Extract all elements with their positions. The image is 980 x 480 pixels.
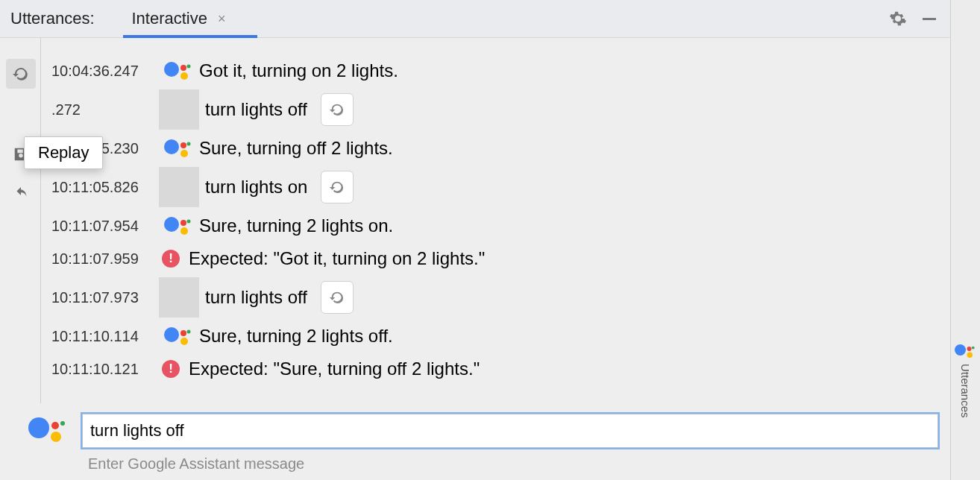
message-row: 10:06:55.230Sure, turning off 2 lights. (51, 132, 935, 165)
gear-icon (889, 10, 907, 28)
user-avatar (159, 89, 199, 130)
input-hint: Enter Google Assistant message (88, 455, 938, 473)
assistant-icon (159, 62, 199, 80)
timestamp: 10:04:36.247 (51, 63, 159, 80)
close-icon[interactable]: × (218, 11, 226, 27)
panel-title: Utterances: (10, 9, 95, 28)
message-row: .272turn lights off (51, 87, 935, 132)
refresh-icon (329, 101, 345, 118)
tab-label: Interactive (132, 9, 208, 28)
message-text: Sure, turning off 2 lights. (199, 138, 393, 159)
message-text: Got it, turning on 2 lights. (199, 60, 398, 81)
timestamp: 10:11:10.121 (51, 361, 159, 378)
input-area: Enter Google Assistant message (0, 403, 950, 480)
timestamp: .272 (51, 101, 159, 119)
minimize-icon (923, 18, 936, 20)
undo-icon (13, 186, 29, 203)
message-row: 10:11:10.121!Expected: "Sure, turning of… (51, 353, 935, 385)
message-row: 10:11:07.959!Expected: "Got it, turning … (51, 242, 935, 275)
replay-button[interactable] (321, 93, 354, 126)
assistant-icon (28, 417, 70, 444)
message-text: turn lights off (205, 99, 307, 120)
refresh-icon (12, 65, 30, 83)
timestamp: 10:11:07.959 (51, 250, 159, 268)
left-toolbar: Replay (0, 38, 40, 403)
timestamp: 10:11:10.114 (51, 328, 159, 345)
message-text: Expected: "Got it, turning on 2 lights." (189, 248, 485, 269)
message-row: 10:11:05.826turn lights on (51, 165, 935, 209)
tooltip-text: Replay (38, 143, 89, 162)
message-text: turn lights on (205, 177, 307, 198)
message-text: Sure, turning 2 lights off. (199, 326, 393, 347)
tooltip: Replay (24, 136, 103, 169)
timestamp: 10:11:07.973 (51, 289, 159, 306)
right-rail[interactable]: Utterances (950, 0, 980, 480)
error-icon-wrap: ! (159, 360, 189, 378)
message-row: 10:04:36.247Got it, turning on 2 lights. (51, 54, 935, 87)
conversation-panel: 10:04:36.247Got it, turning on 2 lights.… (40, 38, 950, 403)
replay-button[interactable] (321, 281, 354, 314)
message-text: Expected: "Sure, turning off 2 lights." (189, 359, 480, 379)
undo-button[interactable] (6, 180, 36, 209)
assistant-icon (159, 327, 199, 345)
assistant-icon (955, 343, 977, 359)
timestamp: 10:11:05.826 (51, 179, 159, 196)
message-text: turn lights off (205, 287, 307, 308)
replay-all-button[interactable] (6, 59, 36, 89)
error-icon: ! (162, 250, 180, 268)
tab-interactive[interactable]: Interactive × (123, 0, 235, 37)
assistant-icon (159, 139, 199, 157)
assistant-icon (159, 217, 199, 235)
rail-tab-label: Utterances (959, 364, 972, 418)
message-row: 10:11:07.954Sure, turning 2 lights on. (51, 209, 935, 242)
tab-bar: Utterances: Interactive × (0, 0, 950, 38)
error-icon-wrap: ! (159, 250, 189, 268)
replay-button[interactable] (321, 171, 354, 203)
message-text: Sure, turning 2 lights on. (199, 215, 393, 236)
refresh-icon (329, 179, 345, 195)
timestamp: 10:11:07.954 (51, 218, 159, 235)
message-row: 10:11:10.114Sure, turning 2 lights off. (51, 320, 935, 353)
user-avatar (159, 167, 199, 207)
error-icon: ! (162, 360, 180, 378)
message-row: 10:11:07.973turn lights off (51, 275, 935, 320)
refresh-icon (329, 289, 345, 306)
user-avatar (159, 277, 199, 318)
message-input[interactable] (82, 414, 938, 448)
settings-button[interactable] (888, 8, 908, 29)
minimize-button[interactable] (919, 8, 940, 29)
